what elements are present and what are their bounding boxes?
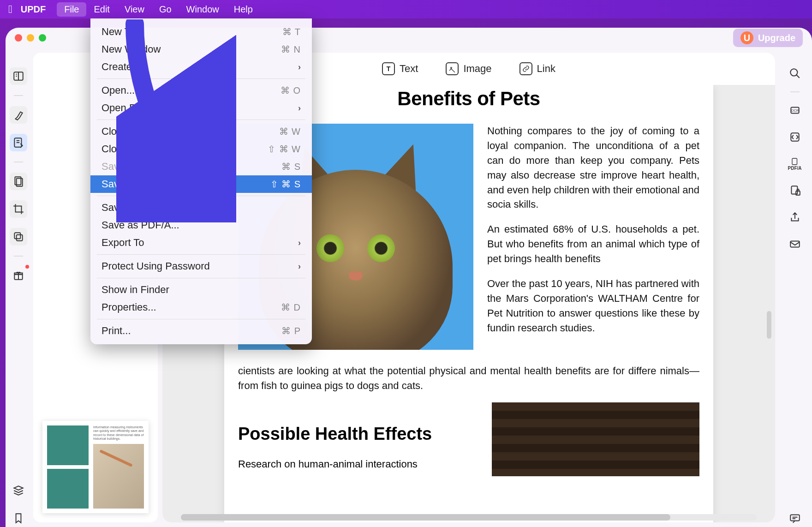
svg-point-7 bbox=[451, 67, 452, 69]
gift-tool-icon[interactable] bbox=[10, 267, 27, 284]
mail-icon[interactable] bbox=[786, 235, 804, 253]
menu-create[interactable]: Create› bbox=[90, 58, 312, 76]
svg-rect-4 bbox=[14, 233, 20, 239]
menu-edit[interactable]: Edit bbox=[86, 2, 117, 17]
ocr-icon[interactable]: OCR bbox=[786, 102, 804, 119]
menu-open[interactable]: Open...⌘ O bbox=[90, 82, 312, 99]
upgrade-button[interactable]: U Upgrade bbox=[733, 29, 803, 47]
upgrade-label: Upgrade bbox=[758, 33, 795, 43]
horizontal-scrollbar[interactable] bbox=[181, 514, 757, 521]
pages-tool-icon[interactable] bbox=[10, 173, 27, 190]
menu-open-recent[interactable]: Open Recent› bbox=[90, 99, 312, 117]
upgrade-badge-icon: U bbox=[740, 31, 753, 44]
menu-new-window[interactable]: New Window⌘ N bbox=[90, 41, 312, 58]
menu-window[interactable]: Window bbox=[179, 2, 227, 17]
menu-close-tab[interactable]: Close Tab⌘ W bbox=[90, 123, 312, 140]
wood-image bbox=[492, 402, 699, 476]
doc-paragraphs: Nothing compares to the joy of coming to… bbox=[487, 124, 699, 350]
comment-icon[interactable] bbox=[786, 509, 804, 527]
svg-rect-12 bbox=[792, 158, 797, 165]
svg-rect-15 bbox=[790, 241, 800, 247]
minimize-window-button[interactable] bbox=[27, 34, 34, 42]
apple-logo-icon[interactable]:  bbox=[8, 3, 12, 16]
menu-export-to[interactable]: Export To› bbox=[90, 234, 312, 252]
highlight-tool-icon[interactable] bbox=[10, 106, 27, 124]
menu-file[interactable]: File bbox=[57, 2, 86, 17]
menu-save-as[interactable]: Save As...⇧ ⌘ S bbox=[90, 175, 312, 193]
menu-go[interactable]: Go bbox=[152, 2, 179, 17]
file-menu-dropdown: New Tab⌘ T New Window⌘ N Create› Open...… bbox=[90, 18, 312, 344]
bookmark-tool-icon[interactable] bbox=[10, 509, 27, 527]
text-icon: T bbox=[382, 62, 395, 75]
crop-tool-icon[interactable] bbox=[10, 200, 27, 218]
close-window-button[interactable] bbox=[15, 34, 22, 42]
image-icon bbox=[446, 62, 459, 75]
doc-h2: Possible Health Effects bbox=[238, 421, 478, 447]
pdfa-icon[interactable]: PDF/A bbox=[786, 155, 804, 173]
menu-help[interactable]: Help bbox=[227, 2, 260, 17]
app-name[interactable]: UPDF bbox=[21, 4, 46, 15]
system-menubar:  UPDF File Edit View Go Window Help bbox=[0, 0, 812, 18]
text-tool-button[interactable]: TText bbox=[382, 62, 418, 75]
left-tool-rail bbox=[6, 48, 29, 527]
menu-close-window[interactable]: Close Window⇧ ⌘ W bbox=[90, 140, 312, 158]
share-icon[interactable] bbox=[786, 209, 804, 226]
menu-save-flatten[interactable]: Save as Flatten... bbox=[90, 199, 312, 216]
menu-save-pdfa[interactable]: Save as PDF/A... bbox=[90, 216, 312, 234]
search-icon[interactable] bbox=[786, 65, 804, 82]
menu-view[interactable]: View bbox=[117, 2, 152, 17]
maximize-window-button[interactable] bbox=[39, 34, 46, 42]
stack-tool-icon[interactable] bbox=[10, 482, 27, 499]
menu-print[interactable]: Print...⌘ P bbox=[90, 322, 312, 340]
svg-rect-16 bbox=[790, 515, 800, 521]
vertical-scrollbar-thumb[interactable] bbox=[767, 311, 771, 339]
menu-save: Save...⌘ S bbox=[90, 158, 312, 175]
doc-para5: Research on human-animal interactions bbox=[238, 456, 478, 472]
page-thumbnail[interactable]: Information measuring instruments can qu… bbox=[42, 421, 149, 513]
lock-icon[interactable] bbox=[786, 182, 804, 199]
convert-icon[interactable] bbox=[786, 128, 804, 146]
reader-tool-icon[interactable] bbox=[10, 67, 27, 85]
link-icon bbox=[519, 62, 532, 75]
right-tool-rail: OCR PDF/A bbox=[780, 48, 812, 527]
image-tool-button[interactable]: Image bbox=[446, 62, 491, 75]
svg-rect-5 bbox=[16, 235, 22, 241]
menu-show-finder[interactable]: Show in Finder bbox=[90, 281, 312, 299]
edit-tool-icon[interactable] bbox=[10, 134, 27, 151]
menu-properties[interactable]: Properties...⌘ D bbox=[90, 299, 312, 316]
svg-text:OCR: OCR bbox=[791, 108, 799, 113]
link-tool-button[interactable]: Link bbox=[519, 62, 555, 75]
layers-tool-icon[interactable] bbox=[10, 228, 27, 246]
menu-protect-password[interactable]: Protect Using Password› bbox=[90, 258, 312, 275]
menu-new-tab[interactable]: New Tab⌘ T bbox=[90, 23, 312, 41]
svg-point-8 bbox=[790, 69, 797, 76]
doc-para4: cientists are looking at what the potent… bbox=[238, 364, 699, 393]
traffic-lights bbox=[15, 34, 46, 42]
